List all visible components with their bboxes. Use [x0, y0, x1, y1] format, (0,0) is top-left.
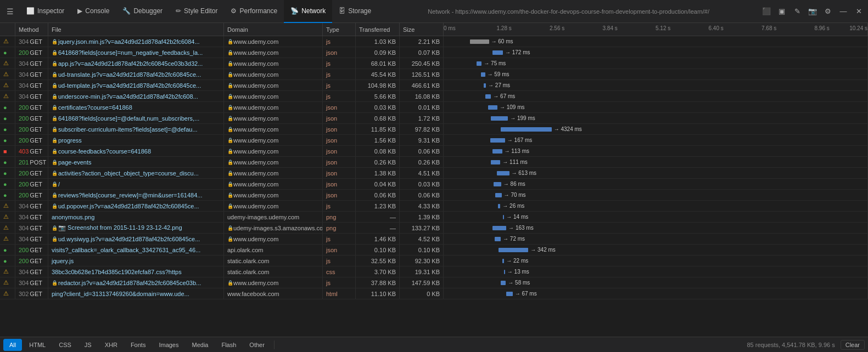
tab-style-editor[interactable]: ✏ Style Editor — [169, 0, 224, 23]
domain-lock-icon: 🔒 — [227, 72, 233, 77]
table-row[interactable]: ⚠ 304 GET 🔒app.js?v=aa24d9d21d878af42b2f… — [0, 58, 868, 69]
table-row[interactable]: ⚠ 304 GET 🔒ud-translate.js?v=aa24d9d21d8… — [0, 69, 868, 80]
file-name: 🔒redactor.js?v=aa24d9d21d878af42b2fc6084… — [48, 277, 224, 288]
table-row[interactable]: ● 200 GET 🔒/ 🔒www.udemy.com json 0.04 KB… — [0, 179, 868, 190]
table-row[interactable]: ⚠ 304 GET anonymous.png udemy-images.ude… — [0, 212, 868, 223]
table-row[interactable]: ● 200 GET 🔒progress 🔒www.udemy.com json … — [0, 135, 868, 146]
file-name: 🔒underscore-min.js?v=aa24d9d21d878af42b2… — [48, 91, 224, 101]
transferred-size: 0.10 KB — [356, 245, 400, 255]
status-code: 304 GET — [15, 234, 48, 244]
col-header-file[interactable]: File — [48, 23, 224, 36]
col-header-type[interactable]: Type — [323, 23, 356, 36]
timeline-bar: → 13 ms — [444, 266, 868, 277]
domain-lock-icon: 🔒 — [227, 280, 233, 286]
status-indicator: ⚠ — [0, 266, 15, 277]
filter-btn-other[interactable]: Other — [243, 339, 271, 351]
lock-icon: 🔒 — [52, 225, 58, 231]
pick-element-btn[interactable]: ✎ — [790, 4, 804, 19]
status-indicator: ● — [0, 179, 15, 189]
timeline-bar: → 67 ms — [444, 288, 868, 299]
status-indicator: ● — [0, 47, 15, 58]
table-row[interactable]: ⚠ 304 GET 🔒ud-template.js?v=aa24d9d21d87… — [0, 80, 868, 91]
dock-side-btn[interactable]: ▣ — [775, 4, 789, 19]
clear-button[interactable]: Clear — [841, 340, 865, 350]
filter-btn-css[interactable]: CSS — [53, 339, 77, 351]
filter-btn-fonts[interactable]: Fonts — [125, 339, 152, 351]
timeline-bar: → 199 ms — [444, 113, 868, 123]
timeline-bar: → 14 ms — [444, 212, 868, 222]
dock-bottom-btn[interactable]: ⬛ — [759, 4, 774, 19]
table-row[interactable]: ● 200 GET jquery.js static.olark.com js … — [0, 256, 868, 266]
table-row[interactable]: ⚠ 304 GET 🔒redactor.js?v=aa24d9d21d878af… — [0, 277, 868, 288]
warning-icon: ⚠ — [3, 82, 9, 89]
col-header-status[interactable] — [0, 23, 15, 36]
table-row[interactable]: ⚠ 304 GET 🔒underscore-min.js?v=aa24d9d21… — [0, 91, 868, 102]
timing-bar — [492, 50, 503, 55]
table-row[interactable]: ● 200 GET 🔒641868?fields[course]=num_neg… — [0, 47, 868, 58]
tab-network[interactable]: 📡 Network — [284, 0, 332, 23]
table-row[interactable]: ● 201 POST 🔒page-events 🔒www.udemy.com j… — [0, 157, 868, 168]
col-header-transferred[interactable]: Transferred — [356, 23, 400, 36]
lock-icon: 🔒 — [52, 160, 58, 165]
close-btn[interactable]: ✕ — [852, 4, 866, 19]
col-header-timeline[interactable]: 0 ms 1.28 s 2.56 s 3.84 s 5.12 s 6.40 s … — [444, 23, 868, 36]
tab-debugger[interactable]: 🔧 Debugger — [116, 0, 169, 23]
table-row[interactable]: ⚠ 304 GET 🔒📷 Screenshot from 2015-11-19 … — [0, 223, 868, 234]
content-size: 1.72 KB — [400, 113, 444, 123]
tab-console[interactable]: ▶ Console — [71, 0, 116, 23]
status-indicator: ● — [0, 102, 15, 112]
table-row[interactable]: ● 200 GET visits?_callback=_olark_callba… — [0, 245, 868, 256]
ok-icon: ● — [3, 247, 7, 253]
filter-btn-xhr[interactable]: XHR — [99, 339, 124, 351]
style-editor-icon: ✏ — [176, 7, 181, 15]
col-header-domain[interactable]: Domain — [224, 23, 323, 36]
filter-bar: AllHTMLCSSJSXHRFontsImagesMediaFlashOthe… — [0, 337, 868, 352]
timing-bar — [490, 138, 505, 143]
timing-label: → 27 ms — [488, 82, 510, 88]
screenshot-btn[interactable]: 📷 — [805, 4, 820, 19]
table-row[interactable]: ● 200 GET 🔒activities?action_object_obje… — [0, 168, 868, 179]
table-row[interactable]: ● 200 GET 🔒subscriber-curriculum-items?f… — [0, 124, 868, 135]
tab-inspector[interactable]: ⬜ Inspector — [20, 0, 71, 23]
timing-label: → 60 ms — [491, 38, 513, 44]
table-row[interactable]: ⚠ 304 GET 38bc3c0b628e17b4d385c1902efcfa… — [0, 266, 868, 277]
table-row[interactable]: ⚠ 304 GET 🔒ud.popover.js?v=aa24d9d21d878… — [0, 201, 868, 212]
domain-lock-icon: 🔒 — [227, 39, 233, 44]
transferred-size: 0.08 KB — [356, 146, 400, 156]
filter-btn-all[interactable]: All — [3, 339, 22, 351]
table-row[interactable]: ● 200 GET 🔒certificates?course=641868 🔒w… — [0, 102, 868, 113]
table-row[interactable]: ⚠ 304 GET 🔒ud.wysiwyg.js?v=aa24d9d21d878… — [0, 234, 868, 245]
minimize-btn[interactable]: — — [836, 4, 850, 19]
devtools-menu-icon[interactable]: ☰ — [2, 4, 18, 19]
tab-performance[interactable]: ⚙ Performance — [224, 0, 284, 23]
settings-btn[interactable]: ⚙ — [821, 4, 835, 19]
filter-btn-html[interactable]: HTML — [23, 339, 52, 351]
table-row[interactable]: ■ 403 GET 🔒course-feedbacks?course=64186… — [0, 146, 868, 157]
ruler-256s: 2.56 s — [550, 25, 564, 31]
domain-name: 🔒www.udemy.com — [224, 113, 323, 123]
domain-name: 🔒www.udemy.com — [224, 157, 323, 167]
content-type: json — [323, 190, 356, 200]
table-row[interactable]: ⚠ 304 GET 🔒jquery.json.min.js?v=aa24d9d2… — [0, 36, 868, 47]
table-row[interactable]: ● 200 GET 🔒reviews?fields[course_review]… — [0, 190, 868, 201]
filter-btn-flash[interactable]: Flash — [215, 339, 242, 351]
domain-name: 🔒www.udemy.com — [224, 201, 323, 211]
timing-bar — [481, 72, 485, 77]
filter-btn-media[interactable]: Media — [186, 339, 214, 351]
timing-bar — [477, 61, 481, 66]
file-name: 🔒subscriber-curriculum-items?fields[asse… — [48, 124, 224, 134]
table-row[interactable]: ⚠ 302 GET ping?client_id=313137469260&do… — [0, 288, 868, 299]
content-size: 9.31 KB — [400, 135, 444, 145]
filter-btn-images[interactable]: Images — [153, 339, 184, 351]
lock-icon: 🔒 — [52, 94, 58, 99]
content-size: 4.33 KB — [400, 201, 444, 211]
content-size: 0.07 KB — [400, 47, 444, 58]
tab-storage[interactable]: 🗄 Storage — [332, 0, 378, 23]
col-header-method[interactable]: Method — [15, 23, 48, 36]
file-name: 🔒activities?action_object_object_type=co… — [48, 168, 224, 178]
table-row[interactable]: ● 200 GET 🔒641868?fields[course]=@defaul… — [0, 113, 868, 124]
timing-label: → 613 ms — [512, 170, 537, 176]
filter-btn-js[interactable]: JS — [79, 339, 98, 351]
col-header-size[interactable]: Size — [400, 23, 444, 36]
ok-icon: ● — [3, 137, 7, 144]
